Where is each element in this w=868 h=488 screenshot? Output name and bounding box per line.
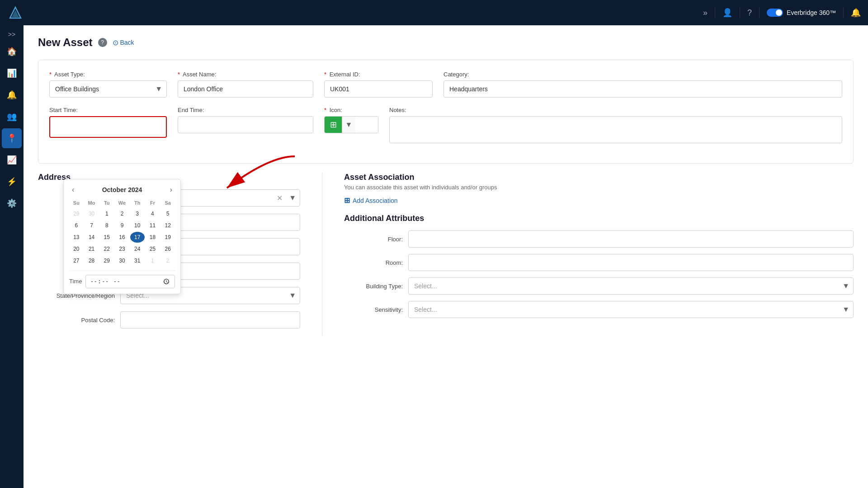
building-type-select[interactable]: Select... xyxy=(409,279,839,293)
calendar-prev-button[interactable]: ‹ xyxy=(69,185,77,195)
sidebar-item-map[interactable]: 📍 xyxy=(2,128,22,148)
postal-input[interactable] xyxy=(120,311,300,328)
notes-textarea[interactable] xyxy=(389,116,842,143)
sidebar-item-reports[interactable]: 📈 xyxy=(2,150,22,170)
end-time-input[interactable] xyxy=(178,116,313,133)
cal-day[interactable]: 30 xyxy=(115,255,129,266)
calendar-month-label: October 2024 xyxy=(102,186,142,193)
cal-header-th: Th xyxy=(130,198,145,207)
category-group: Category: xyxy=(443,71,842,98)
help-icon[interactable]: ? xyxy=(747,8,752,18)
asset-type-label: * Asset Type: xyxy=(49,71,167,78)
cal-day[interactable]: 4 xyxy=(146,208,160,219)
top-navigation: » 👤 ? Everbridge 360™ 🔔 xyxy=(0,0,868,25)
sidebar-item-integrations[interactable]: ⚡ xyxy=(2,172,22,192)
cal-day[interactable]: 29 xyxy=(99,255,114,266)
cal-day[interactable]: 24 xyxy=(130,244,145,254)
cal-header-su: Su xyxy=(69,198,84,207)
calendar-popup: ‹ October 2024 › Su Mo Tu We Th Fr Sa 29… xyxy=(63,179,181,294)
page-help-icon[interactable]: ? xyxy=(98,38,107,47)
user-icon[interactable]: 👤 xyxy=(722,8,732,18)
postal-group: Postal Code: xyxy=(38,311,300,328)
calendar-next-button[interactable]: › xyxy=(167,185,175,195)
sidebar-item-settings[interactable]: ⚙️ xyxy=(2,193,22,213)
cal-day[interactable]: 14 xyxy=(85,232,99,243)
asset-type-select[interactable]: Office Buildings xyxy=(49,80,167,98)
cal-day[interactable]: 29 xyxy=(69,208,84,219)
cal-day[interactable]: 12 xyxy=(160,220,175,231)
cal-day[interactable]: 25 xyxy=(146,244,160,254)
cal-day[interactable]: 13 xyxy=(69,232,84,243)
building-type-label: Building Type: xyxy=(344,283,403,290)
asset-name-group: * Asset Name: xyxy=(178,71,313,98)
cal-day[interactable]: 19 xyxy=(160,232,175,243)
external-id-input[interactable] xyxy=(324,80,433,98)
asset-association-section: Asset Association You can associate this… xyxy=(344,173,854,205)
floor-label: Floor: xyxy=(344,236,403,243)
cal-header-mo: Mo xyxy=(85,198,99,207)
room-input[interactable] xyxy=(408,254,854,271)
country-clear-icon[interactable]: ✕ xyxy=(274,194,285,202)
icon-label: * Icon: xyxy=(324,107,378,113)
cal-day[interactable]: 2 xyxy=(115,208,129,219)
sensitivity-select[interactable]: Select... xyxy=(409,302,839,317)
add-association-button[interactable]: ⊞ Add Association xyxy=(344,196,398,205)
start-time-input[interactable] xyxy=(49,116,167,138)
asset-association-description: You can associate this asset with indivi… xyxy=(344,184,854,191)
calendar-time-section: Time xyxy=(69,271,175,288)
cal-day[interactable]: 26 xyxy=(160,244,175,254)
notification-icon[interactable]: 🔔 xyxy=(851,8,861,18)
sidebar-item-users[interactable]: 👥 xyxy=(2,107,22,127)
cal-day[interactable]: 2 xyxy=(160,255,175,266)
cal-day[interactable]: 30 xyxy=(85,208,99,219)
cal-day-today[interactable]: 17 xyxy=(130,232,145,243)
cal-day[interactable]: 9 xyxy=(115,220,129,231)
cal-day[interactable]: 20 xyxy=(69,244,84,254)
category-input[interactable] xyxy=(443,80,842,98)
cal-day[interactable]: 16 xyxy=(115,232,129,243)
icon-group: * Icon: ⊞ ▼ xyxy=(324,107,378,143)
calendar-time-label: Time xyxy=(69,278,82,285)
cal-day[interactable]: 6 xyxy=(69,220,84,231)
icon-field[interactable]: ⊞ ▼ xyxy=(324,116,378,133)
cal-day[interactable]: 7 xyxy=(85,220,99,231)
floor-input[interactable] xyxy=(408,230,854,248)
country-chevron-icon: ▼ xyxy=(285,194,300,202)
cal-day[interactable]: 10 xyxy=(130,220,145,231)
cal-day[interactable]: 15 xyxy=(99,232,114,243)
collapse-icon[interactable]: » xyxy=(703,8,708,18)
back-link[interactable]: ⊙ Back xyxy=(113,38,134,47)
sidebar-item-dashboard[interactable]: 📊 xyxy=(2,63,22,83)
svg-marker-1 xyxy=(12,10,19,17)
calendar-time-input[interactable] xyxy=(85,275,175,288)
cal-day[interactable]: 18 xyxy=(146,232,160,243)
cal-day[interactable]: 1 xyxy=(146,255,160,266)
logo[interactable] xyxy=(7,5,24,21)
cal-day[interactable]: 21 xyxy=(85,244,99,254)
building-type-row: Building Type: Select... ▼ xyxy=(344,277,854,295)
nav-divider-3 xyxy=(759,7,760,18)
cal-day[interactable]: 31 xyxy=(130,255,145,266)
icon-dropdown-button[interactable]: ▼ xyxy=(342,116,355,133)
calendar-header: ‹ October 2024 › xyxy=(69,185,175,195)
sidebar-toggle[interactable]: >> xyxy=(6,29,17,40)
cal-day[interactable]: 8 xyxy=(99,220,114,231)
additional-attributes-title: Additional Attributes xyxy=(344,214,854,223)
sidebar-item-home[interactable]: 🏠 xyxy=(2,42,22,61)
asset-name-label: * Asset Name: xyxy=(178,71,313,78)
sidebar-item-alerts[interactable]: 🔔 xyxy=(2,85,22,105)
cal-day[interactable]: 28 xyxy=(85,255,99,266)
cal-day[interactable]: 5 xyxy=(160,208,175,219)
asset-name-input[interactable] xyxy=(178,80,313,98)
sidebar: >> 🏠 📊 🔔 👥 📍 📈 ⚡ ⚙️ xyxy=(0,25,24,488)
sensitivity-select-wrapper: Select... ▼ xyxy=(408,301,854,318)
cal-day[interactable]: 27 xyxy=(69,255,84,266)
cal-day[interactable]: 22 xyxy=(99,244,114,254)
toggle-switch[interactable] xyxy=(767,9,783,17)
cal-day[interactable]: 23 xyxy=(115,244,129,254)
cal-day[interactable]: 3 xyxy=(130,208,145,219)
cal-day[interactable]: 11 xyxy=(146,220,160,231)
everbridge-toggle[interactable]: Everbridge 360™ xyxy=(767,9,836,17)
cal-day[interactable]: 1 xyxy=(99,208,114,219)
floor-row: Floor: xyxy=(344,230,854,248)
